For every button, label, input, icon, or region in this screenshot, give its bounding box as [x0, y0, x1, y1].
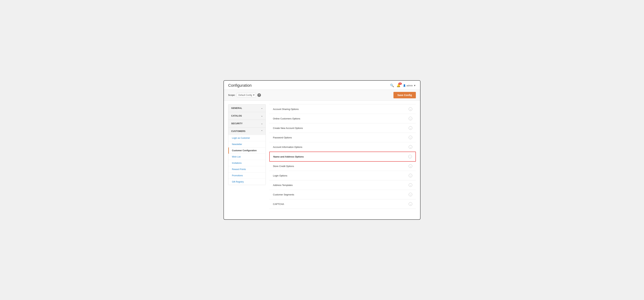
expand-icon: ⌄: [409, 164, 412, 168]
config-row-online-customers-options[interactable]: Online Customers Options ⌄: [269, 114, 416, 123]
sidebar-item-login-as-customer[interactable]: Login as Customer: [228, 135, 266, 141]
config-row-account-sharing-options[interactable]: Account Sharing Options ⌄: [269, 104, 416, 114]
search-button[interactable]: 🔍: [390, 84, 394, 87]
sidebar-section-label-catalog: CATALOG: [231, 115, 242, 117]
sidebar-section-catalog: CATALOG ⌄: [228, 112, 266, 120]
sidebar-section-customers: CUSTOMERS ⌃ Login as Customer Newsletter…: [228, 128, 266, 185]
config-panel: Account Sharing Options ⌄ Online Custome…: [269, 104, 416, 216]
expand-icon: ⌄: [409, 107, 412, 111]
chevron-up-icon: ⌃: [261, 130, 263, 133]
sidebar-item-newsletter[interactable]: Newsletter: [228, 141, 266, 148]
expand-icon: ⌄: [409, 174, 412, 177]
config-row-store-credit-options[interactable]: Store Credit Options ⌄: [269, 161, 416, 171]
page-header: Configuration 🔍 🔔 39 👤 admin ▼: [224, 81, 420, 90]
sidebar-section-header-customers[interactable]: CUSTOMERS ⌃: [228, 128, 266, 135]
config-row-label: Online Customers Options: [273, 117, 300, 120]
sidebar-item-invitations[interactable]: Invitations: [228, 160, 266, 166]
config-row-create-new-account-options[interactable]: Create New Account Options ⌄: [269, 123, 416, 133]
config-row-customer-segments[interactable]: Customer Segments ⌄: [269, 190, 416, 199]
config-row-captcha[interactable]: CAPTCHA ⌄: [269, 199, 416, 209]
sidebar-section-label-customers: CUSTOMERS: [231, 130, 246, 133]
sidebar-section-header-general[interactable]: GENERAL ⌄: [228, 104, 266, 112]
expand-icon: ⌄: [409, 117, 412, 120]
sidebar-section-header-catalog[interactable]: CATALOG ⌄: [228, 112, 266, 120]
sidebar-item-gift-registry[interactable]: Gift Registry: [228, 179, 266, 185]
config-row-label: Login Options: [273, 174, 287, 177]
sidebar-section-general: GENERAL ⌄: [228, 104, 266, 112]
main-window: Configuration 🔍 🔔 39 👤 admin ▼ Scope: De…: [224, 80, 420, 220]
expand-icon: ⌄: [409, 183, 412, 187]
sidebar-item-promotions[interactable]: Promotions: [228, 172, 266, 179]
user-icon: 👤: [403, 84, 406, 87]
config-row-label: Account Information Options: [273, 146, 302, 149]
chevron-down-icon: ⌄: [261, 115, 263, 117]
scope-bar: Scope: Default Config ? Save Config: [224, 90, 420, 101]
sidebar-section-label-general: GENERAL: [231, 107, 242, 109]
sidebar: GENERAL ⌄ CATALOG ⌄ SECURITY ⌄: [228, 104, 266, 185]
config-row-account-information-options[interactable]: Account Information Options ⌄: [269, 142, 416, 152]
scope-select[interactable]: Default Config: [237, 93, 256, 97]
save-config-button[interactable]: Save Config: [394, 92, 416, 98]
sidebar-section-security: SECURITY ⌄: [228, 120, 266, 128]
main-content: GENERAL ⌄ CATALOG ⌄ SECURITY ⌄: [224, 101, 420, 219]
scope-label: Scope:: [228, 94, 235, 96]
sidebar-section-label-security: SECURITY: [231, 122, 243, 125]
sidebar-item-wish-list[interactable]: Wish List: [228, 154, 266, 160]
scope-left: Scope: Default Config ?: [228, 93, 261, 97]
search-icon: 🔍: [390, 84, 394, 87]
config-row-login-options[interactable]: Login Options ⌄: [269, 171, 416, 180]
config-row-label: Store Credit Options: [273, 165, 294, 167]
expand-icon: ⌄: [409, 193, 412, 196]
config-row-label: Address Templates: [273, 184, 293, 186]
help-icon[interactable]: ?: [257, 93, 261, 97]
sidebar-section-header-security[interactable]: SECURITY ⌄: [228, 120, 266, 127]
expand-icon: ⌄: [408, 155, 412, 158]
expand-icon: ⌄: [409, 202, 412, 206]
expand-icon: ⌄: [409, 136, 412, 139]
expand-icon: ⌄: [409, 145, 412, 149]
config-row-address-templates[interactable]: Address Templates ⌄: [269, 180, 416, 190]
config-row-label: Name and Address Options: [273, 155, 304, 158]
config-row-label: Password Options: [273, 136, 292, 139]
notifications-button[interactable]: 🔔 39: [396, 84, 400, 87]
chevron-down-icon: ⌄: [261, 107, 263, 109]
config-row-password-options[interactable]: Password Options ⌄: [269, 133, 416, 142]
config-row-label: Customer Segments: [273, 193, 294, 196]
config-row-name-and-address-options[interactable]: Name and Address Options ⌄: [269, 151, 416, 162]
config-row-label: Account Sharing Options: [273, 108, 299, 111]
user-menu-button[interactable]: 👤 admin ▼: [403, 84, 416, 87]
config-row-label: CAPTCHA: [273, 203, 284, 205]
sidebar-item-customer-configuration[interactable]: Customer Configuration: [228, 148, 266, 154]
expand-icon: ⌄: [409, 126, 412, 130]
config-row-label: Create New Account Options: [273, 127, 303, 130]
page-title: Configuration: [228, 83, 252, 88]
chevron-down-icon: ⌄: [261, 122, 263, 125]
user-chevron-icon: ▼: [414, 84, 416, 87]
sidebar-item-reward-points[interactable]: Reward Points: [228, 166, 266, 172]
sidebar-items-customers: Login as Customer Newsletter Customer Co…: [228, 135, 266, 185]
notification-badge: 39: [398, 83, 402, 85]
header-actions: 🔍 🔔 39 👤 admin ▼: [390, 84, 416, 87]
user-name: admin: [406, 84, 413, 87]
